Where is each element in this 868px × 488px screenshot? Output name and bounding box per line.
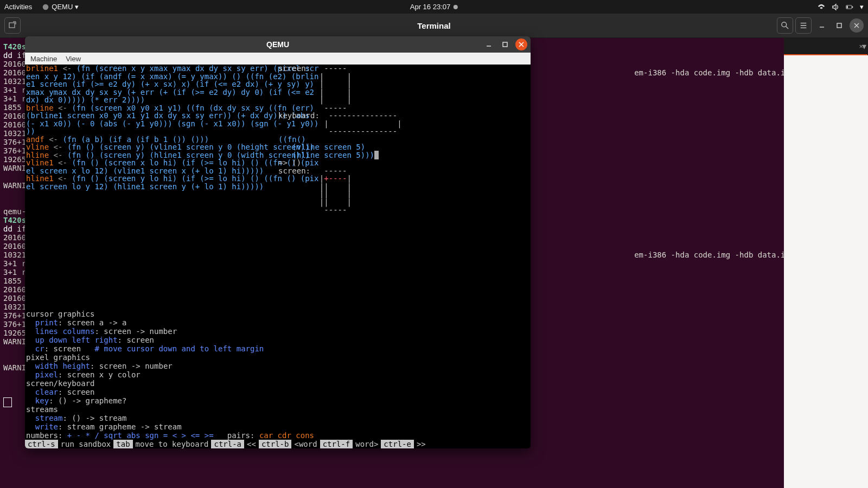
- hamburger-icon: [800, 22, 807, 29]
- qemu-titlebar[interactable]: QEMU: [25, 36, 531, 53]
- statusbar-segment: <<: [244, 440, 259, 448]
- app-name-label: QEMU: [52, 3, 73, 11]
- statusbar-segment: word>: [353, 440, 381, 448]
- minimize-icon: [486, 42, 492, 47]
- statusbar-segment: ctrl-f: [320, 440, 353, 448]
- new-tab-button[interactable]: [4, 17, 21, 34]
- minimize-button[interactable]: [815, 18, 829, 33]
- close-window-button[interactable]: [850, 18, 864, 33]
- qemu-maximize-button[interactable]: [499, 38, 511, 50]
- svg-rect-10: [503, 42, 507, 47]
- statusbar-segment: <word: [291, 440, 320, 448]
- svg-point-5: [782, 22, 787, 27]
- right-empty-panel: [784, 55, 868, 488]
- qemu-window: QEMU Machine View brline1 <- (fn (screen…: [25, 36, 531, 448]
- maximize-icon: [837, 23, 842, 28]
- volume-icon: [832, 3, 839, 11]
- statusbar-segment: ctrl-e: [381, 440, 414, 448]
- activities-button[interactable]: Activities: [4, 3, 32, 11]
- qemu-minimize-button[interactable]: [483, 38, 495, 50]
- svg-line-6: [786, 27, 788, 29]
- search-icon: [781, 22, 789, 29]
- maximize-icon: [502, 42, 508, 47]
- qemu-title-label: QEMU: [266, 40, 289, 49]
- statusbar-segment: ctrl-a: [211, 440, 244, 448]
- maximize-button[interactable]: [832, 18, 846, 33]
- clock-label: Apr 16 23:07: [410, 3, 450, 11]
- svg-rect-8: [837, 23, 841, 28]
- svg-rect-4: [9, 23, 15, 28]
- qemu-menu-machine[interactable]: Machine: [30, 55, 57, 63]
- gnome-topbar: Activities QEMU ▾ Apr 16 23:07 ▾: [0, 0, 868, 14]
- svg-rect-3: [847, 5, 848, 8]
- svg-point-0: [43, 4, 49, 10]
- battery-icon: [846, 3, 853, 11]
- hamburger-menu-button[interactable]: [795, 17, 812, 34]
- search-button[interactable]: [777, 17, 793, 34]
- app-menu[interactable]: QEMU ▾: [42, 3, 79, 11]
- chevron-down-icon: ▾: [75, 3, 79, 11]
- statusbar-segment: ctrl-s: [25, 440, 58, 448]
- terminal-headerbar: Terminal: [0, 14, 868, 38]
- statusbar-segment: run sandbox: [58, 440, 114, 448]
- statusbar-segment: ctrl-b: [259, 440, 292, 448]
- qemu-menu-view[interactable]: View: [66, 55, 81, 63]
- statusbar-segment: move to keyboard: [133, 440, 212, 448]
- svg-rect-2: [852, 6, 853, 8]
- chevron-down-icon[interactable]: ▾: [862, 41, 866, 52]
- wifi-icon: [818, 3, 825, 11]
- close-icon: [854, 23, 859, 28]
- qemu-menubar: Machine View: [25, 53, 531, 65]
- help-doc: cursor graphics print: screen a -> a lin…: [25, 310, 531, 440]
- qemu-app-icon: [42, 3, 49, 11]
- close-icon: [519, 42, 524, 47]
- system-tray[interactable]: ▾: [818, 3, 864, 11]
- chevron-down-icon: ▾: [860, 3, 864, 11]
- statusbar: ctrl-s run sandbox tab move to keyboard …: [25, 440, 531, 448]
- statusbar-segment: >>: [414, 440, 429, 448]
- statusbar-segment: tab: [113, 440, 132, 448]
- qemu-close-button[interactable]: [515, 38, 527, 50]
- clock[interactable]: Apr 16 23:07: [410, 3, 458, 11]
- minimize-icon: [819, 23, 825, 28]
- window-title: Terminal: [417, 21, 450, 30]
- notification-dot-icon: [454, 5, 458, 9]
- new-tab-icon: [8, 21, 17, 30]
